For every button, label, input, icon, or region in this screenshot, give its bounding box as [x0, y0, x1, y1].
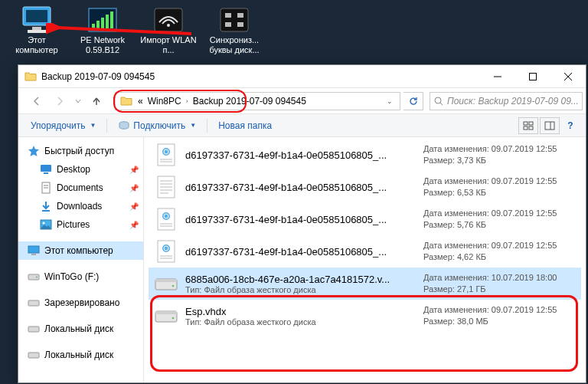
- svg-rect-1: [26, 10, 47, 22]
- svg-rect-43: [28, 300, 39, 306]
- file-name: Esp.vhdx: [185, 306, 423, 317]
- file-meta: Дата изменения: 10.07.2019 18:00 Размер:…: [423, 272, 577, 296]
- file-meta: Дата изменения: 09.07.2019 12:55 Размер:…: [423, 176, 577, 199]
- nav-desktop[interactable]: Desktop📌: [18, 160, 143, 179]
- xml-file-icon: [153, 238, 179, 264]
- organize-button[interactable]: Упорядочить▼: [24, 117, 102, 134]
- window-controls: [480, 65, 586, 88]
- pin-icon: 📌: [129, 166, 139, 174]
- search-placeholder: Поиск: Backup 2019-07-09 09...: [447, 96, 579, 107]
- svg-point-66: [172, 285, 175, 287]
- nav-downloads[interactable]: Downloads📌: [18, 197, 143, 215]
- pc-icon: [28, 245, 40, 257]
- svg-rect-19: [530, 73, 537, 80]
- nav-arrows: [21, 91, 112, 111]
- nav-drive[interactable]: Зарезервировано: [18, 294, 143, 312]
- refresh-button[interactable]: [403, 92, 423, 110]
- file-meta: Дата изменения: 09.07.2019 12:55 Размер:…: [423, 304, 577, 328]
- svg-rect-68: [155, 311, 177, 314]
- svg-line-23: [440, 103, 443, 105]
- chevron-down-icon[interactable]: ⌄: [384, 97, 395, 105]
- close-button[interactable]: [550, 65, 586, 88]
- history-dropdown[interactable]: [72, 91, 84, 111]
- svg-point-42: [36, 277, 38, 278]
- nav-drive[interactable]: Локальный диск: [18, 346, 143, 364]
- toolbar: Упорядочить▼ Подключить▼ Новая папка ?: [18, 114, 586, 137]
- drive-icon: [28, 349, 40, 361]
- svg-rect-44: [28, 327, 39, 332]
- breadcrumb-seg[interactable]: Win8PC: [145, 96, 184, 107]
- svg-rect-32: [44, 172, 48, 174]
- navigation-pane: Быстрый доступ Desktop📌 Documents📌 Downl…: [18, 137, 144, 382]
- down-icon: [40, 200, 52, 212]
- svg-rect-40: [31, 254, 36, 255]
- window-title: Backup 2019-07-09 094545: [41, 71, 480, 82]
- pin-icon: 📌: [129, 202, 139, 211]
- nav-thispc[interactable]: Этот компьютер: [18, 241, 143, 260]
- help-button[interactable]: ?: [561, 117, 580, 134]
- minimize-button[interactable]: [480, 65, 515, 88]
- file-list: d6197337-6731-4e9f-b1a4-0e0585106805_...…: [144, 137, 586, 336]
- back-button[interactable]: [26, 91, 47, 111]
- svg-rect-13: [225, 13, 231, 18]
- svg-rect-31: [41, 165, 51, 172]
- search-icon: [433, 96, 444, 107]
- pic-icon: [40, 218, 52, 231]
- content-area: d6197337-6731-4e9f-b1a4-0e0585106805_...…: [144, 137, 586, 382]
- file-row[interactable]: d6197337-6731-4e9f-b1a4-0e0585106805_...…: [149, 203, 581, 235]
- pin-icon: 📌: [129, 184, 139, 192]
- desktop-icon-sync[interactable]: Синхрониз... буквы диск...: [205, 5, 263, 55]
- svg-point-22: [435, 97, 441, 103]
- file-row[interactable]: Esp.vhdx Тип: Файл образа жесткого диска…: [149, 300, 581, 332]
- nav-documents[interactable]: Documents📌: [18, 179, 143, 197]
- txt-file-icon: [153, 174, 179, 200]
- chevron-right-icon[interactable]: ›: [184, 97, 191, 105]
- chevron-down-icon: ▼: [190, 122, 196, 129]
- doc-icon: [40, 182, 52, 194]
- disk-file-icon: [153, 303, 179, 329]
- up-button[interactable]: [86, 91, 107, 111]
- address-row: « Win8PC › Backup 2019-07-09 094545 ⌄ По…: [18, 88, 586, 114]
- nav-drive[interactable]: Локальный диск: [18, 320, 143, 338]
- file-meta: Дата изменения: 09.07.2019 12:55 Размер:…: [423, 208, 577, 231]
- nav-quick-access[interactable]: Быстрый доступ: [18, 142, 143, 160]
- svg-rect-29: [545, 122, 554, 130]
- drive-icon: [28, 271, 40, 283]
- star-icon: [28, 145, 40, 157]
- svg-rect-65: [155, 279, 177, 282]
- view-buttons: [518, 117, 560, 134]
- preview-pane-button[interactable]: [540, 117, 560, 134]
- newfolder-button[interactable]: Новая папка: [212, 117, 278, 134]
- file-row[interactable]: 6885a006-18cb-467e-a20a-1ac7a4181572.v..…: [149, 267, 581, 300]
- breadcrumb-seg[interactable]: Backup 2019-07-09 094545: [191, 96, 309, 107]
- xml-file-icon: [153, 206, 179, 232]
- search-input[interactable]: Поиск: Backup 2019-07-09 09...: [430, 92, 583, 110]
- address-bar[interactable]: « Win8PC › Backup 2019-07-09 094545 ⌄: [115, 92, 400, 110]
- disk-icon: [118, 120, 130, 131]
- svg-rect-2: [32, 27, 41, 30]
- file-meta: Дата изменения: 09.07.2019 12:55 Размер:…: [423, 240, 577, 264]
- nav-drive[interactable]: WinToGo (F:): [18, 267, 143, 286]
- file-row[interactable]: d6197337-6731-4e9f-b1a4-0e0585106805_...…: [149, 139, 581, 171]
- view-tiles-button[interactable]: [518, 117, 538, 134]
- desktop-icon-label: Синхрониз... буквы диск...: [205, 35, 263, 55]
- folder-icon: [120, 95, 132, 107]
- disk-file-icon: [153, 271, 179, 297]
- file-row[interactable]: d6197337-6731-4e9f-b1a4-0e0585106805_...…: [149, 235, 581, 267]
- nav-pictures[interactable]: Pictures📌: [18, 215, 143, 234]
- file-name: d6197337-6731-4e9f-b1a4-0e0585106805_...: [185, 182, 423, 193]
- svg-rect-25: [524, 122, 528, 125]
- file-name: d6197337-6731-4e9f-b1a4-0e0585106805_...: [185, 149, 423, 161]
- file-row[interactable]: d6197337-6731-4e9f-b1a4-0e0585106805_...…: [149, 171, 581, 203]
- svg-rect-12: [220, 8, 248, 31]
- forward-button[interactable]: [49, 91, 70, 111]
- svg-rect-45: [28, 353, 39, 358]
- connect-button[interactable]: Подключить▼: [112, 117, 202, 134]
- maximize-button[interactable]: [515, 65, 550, 88]
- svg-point-38: [43, 222, 45, 225]
- file-name: d6197337-6731-4e9f-b1a4-0e0585106805_...: [185, 214, 423, 225]
- chevron-down-icon: ▼: [90, 122, 96, 129]
- svg-rect-28: [529, 126, 533, 130]
- svg-rect-15: [225, 22, 231, 27]
- xml-file-icon: [153, 142, 179, 168]
